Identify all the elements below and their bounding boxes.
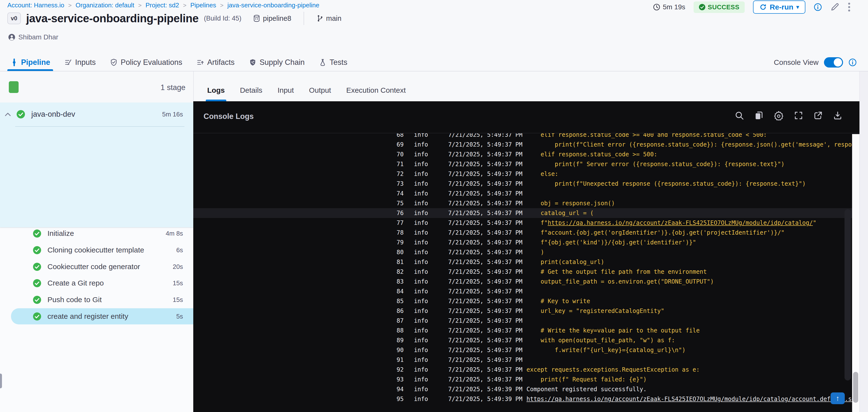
log-line: 92info7/21/2025, 5:49:37 PMexcept reques… xyxy=(193,365,852,375)
log-line-number: 94 xyxy=(389,384,404,394)
log-line: 71info7/21/2025, 5:49:37 PM print(f" Ser… xyxy=(193,159,852,169)
settings-gear-icon[interactable] xyxy=(774,110,784,120)
step-row-initialize[interactable]: Initialize4m 8s xyxy=(0,225,193,242)
download-icon[interactable] xyxy=(833,111,842,120)
log-message: except requests.exceptions.RequestExcept… xyxy=(526,365,700,375)
log-timestamp: 7/21/2025, 5:49:37 PM xyxy=(448,365,522,375)
log-tab-input[interactable]: Input xyxy=(277,82,294,101)
check-circle-icon xyxy=(33,296,41,304)
log-level: info xyxy=(414,189,428,198)
scrollbar-thumb[interactable] xyxy=(853,372,858,403)
step-duration: 15s xyxy=(173,279,183,287)
log-level: info xyxy=(414,198,428,208)
log-line: 84info7/21/2025, 5:49:37 PM xyxy=(193,286,852,296)
step-row-create-and-register-entity[interactable]: create and register entity5s xyxy=(0,308,193,324)
tab-supply-chain[interactable]: Supply Chain xyxy=(249,54,305,71)
tab-label: Artifacts xyxy=(207,58,235,67)
fullscreen-icon[interactable] xyxy=(794,111,803,120)
log-line-number: 73 xyxy=(389,179,404,189)
page-title: java-service-onboarding-pipeline xyxy=(26,12,199,25)
step-row-push-code-to-git[interactable]: Push code to Git15s xyxy=(0,292,193,308)
tab-artifacts[interactable]: Artifacts xyxy=(196,54,235,71)
breadcrumb: Account: Harness.io>Organization: defaul… xyxy=(7,1,319,9)
search-icon[interactable] xyxy=(735,111,744,120)
log-timestamp: 7/21/2025, 5:49:37 PM xyxy=(448,133,522,140)
log-timestamp: 7/21/2025, 5:49:37 PM xyxy=(448,218,522,228)
open-in-new-icon[interactable] xyxy=(813,111,823,120)
log-link[interactable]: https://qa.harness.io/ng/account/zEaak-F… xyxy=(548,219,813,226)
console-view-info-icon[interactable] xyxy=(848,58,857,67)
log-line-number: 79 xyxy=(389,237,404,247)
log-line-number: 74 xyxy=(389,189,404,198)
log-message: f"https://qa.harness.io/ng/account/zEaak… xyxy=(526,218,816,228)
log-line-number: 85 xyxy=(389,296,404,306)
breadcrumb-item-pipelines[interactable]: Pipelines xyxy=(190,1,216,9)
stage-row[interactable]: java-onb-dev 5m 16s xyxy=(0,106,193,122)
panel-resize-handle[interactable] xyxy=(0,374,2,388)
step-duration: 4m 8s xyxy=(166,230,183,237)
scroll-to-top-button[interactable]: ↑ xyxy=(831,392,845,404)
log-timestamp: 7/21/2025, 5:49:37 PM xyxy=(448,237,522,247)
breadcrumb-item-project[interactable]: Project: sd2 xyxy=(146,1,179,9)
log-line: 86info7/21/2025, 5:49:37 PM url_key = "r… xyxy=(193,306,852,316)
console-view-toggle[interactable] xyxy=(824,57,843,67)
console-scrollbar-thumb[interactable] xyxy=(844,209,851,380)
log-timestamp: 7/21/2025, 5:49:37 PM xyxy=(448,277,522,286)
step-name: Cookiecutter code generator xyxy=(48,262,140,271)
user-avatar-icon xyxy=(8,33,16,41)
step-row-cookiecutter-code-generator[interactable]: Cookiecutter code generator20s xyxy=(0,259,193,275)
log-level: info xyxy=(414,394,428,404)
log-message: obj = response.json() xyxy=(526,198,615,208)
breadcrumb-separator: > xyxy=(138,2,142,9)
log-line-number: 77 xyxy=(389,218,404,228)
repository-icon xyxy=(253,14,260,23)
log-line-number: 80 xyxy=(389,247,404,257)
log-timestamp: 7/21/2025, 5:49:39 PM xyxy=(448,384,522,394)
tab-label: Tests xyxy=(330,58,347,67)
copy-icon[interactable] xyxy=(754,111,764,120)
log-line: 93info7/21/2025, 5:49:37 PM print(f" Req… xyxy=(193,375,852,384)
info-icon[interactable] xyxy=(814,3,822,11)
log-message: print(f"Client error ({response.status_c… xyxy=(526,140,852,150)
log-level: info xyxy=(414,140,428,150)
log-viewport[interactable]: 68info7/21/2025, 5:49:37 PM elif respons… xyxy=(193,133,852,412)
breadcrumb-item-organization[interactable]: Organization: default xyxy=(75,1,134,9)
tab-label: Supply Chain xyxy=(259,58,305,67)
tab-inputs[interactable]: Inputs xyxy=(64,54,96,71)
log-level: info xyxy=(414,375,428,384)
log-message: with open(output_file_path, "w") as f: xyxy=(526,336,675,345)
log-message: elif response.status_code >= 400 and res… xyxy=(526,133,767,140)
log-tab-output[interactable]: Output xyxy=(309,82,331,101)
step-row-cloning-cookiecutter-template[interactable]: Cloning cookiecutter template6s xyxy=(0,242,193,258)
edit-pencil-icon[interactable] xyxy=(830,3,839,11)
log-level: info xyxy=(414,384,428,394)
step-row-create-a-git-repo[interactable]: Create a Git repo15s xyxy=(0,275,193,291)
breadcrumb-separator: > xyxy=(220,2,223,9)
log-timestamp: 7/21/2025, 5:49:37 PM xyxy=(448,159,522,169)
log-tab-logs[interactable]: Logs xyxy=(207,82,225,101)
kebab-menu-icon[interactable] xyxy=(847,2,851,12)
duration-text: 5m 19s xyxy=(663,3,685,11)
log-level: info xyxy=(414,179,428,189)
scrollbar-track[interactable] xyxy=(852,134,860,412)
step-name: Create a Git repo xyxy=(48,279,104,287)
execution-sidebar: 1 stage java-onb-dev 5m 16s Initialize4m… xyxy=(0,71,193,412)
branch-name: main xyxy=(326,14,342,23)
log-line-number: 69 xyxy=(389,140,404,150)
rerun-button[interactable]: Re-run ▾ xyxy=(753,0,805,14)
breadcrumb-item-account[interactable]: Account: Harness.io xyxy=(7,1,64,9)
log-tab-details[interactable]: Details xyxy=(240,82,262,101)
log-line-number: 76 xyxy=(389,208,404,218)
breadcrumb-item-java-service-onboarding-pipeline[interactable]: java-service-onboarding-pipeline xyxy=(227,1,319,9)
chevron-up-icon[interactable] xyxy=(4,112,11,117)
log-level: info xyxy=(414,355,428,365)
stage-panel: java-onb-dev 5m 16s Initialize4m 8sCloni… xyxy=(0,102,193,227)
log-tab-execution-context[interactable]: Execution Context xyxy=(346,82,406,101)
log-message: elif response.status_code >= 500: xyxy=(526,150,657,159)
log-link[interactable]: https://qa.harness.io/ng/account/zEaak-F… xyxy=(526,395,852,403)
tab-policy-evaluations[interactable]: Policy Evaluations xyxy=(110,54,182,71)
tab-tests[interactable]: Tests xyxy=(319,54,347,71)
tab-pipeline[interactable]: Pipeline xyxy=(10,54,50,71)
log-timestamp: 7/21/2025, 5:49:37 PM xyxy=(448,228,522,237)
log-timestamp: 7/21/2025, 5:49:37 PM xyxy=(448,140,522,150)
